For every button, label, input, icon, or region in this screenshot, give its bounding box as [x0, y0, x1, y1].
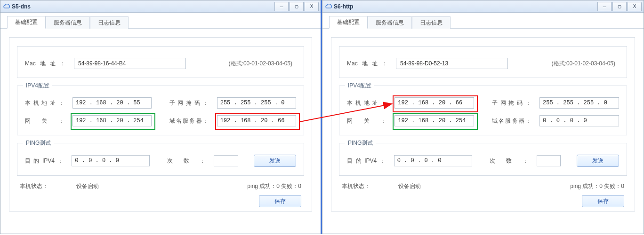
dns-input[interactable]: 192 . 168 . 20 . 66 — [217, 115, 296, 126]
ipv4-section-title: IPV4配置 — [345, 82, 374, 90]
window-buttons: — ▢ X — [274, 2, 319, 11]
mac-label: Mac地址 — [347, 60, 390, 68]
dns-input[interactable]: 0 . 0 . 0 . 0 — [539, 115, 619, 126]
tab-basic-config[interactable]: 基础配置 — [7, 16, 46, 29]
minimize-button[interactable]: — — [274, 2, 289, 11]
ping-count-label: 次数 — [490, 157, 531, 165]
host-status-label: 本机状态： — [20, 182, 48, 190]
stage: S5-dns — ▢ X 基础配置 服务器信息 日志信息 Mac地址 54-89… — [0, 0, 644, 235]
window-s5-dns: S5-dns — ▢ X 基础配置 服务器信息 日志信息 Mac地址 54-89… — [0, 0, 322, 234]
subnet-mask-label: 子网掩码 — [169, 99, 211, 107]
tab-log-info[interactable]: 日志信息 — [412, 16, 451, 29]
maximize-icon: ▢ — [295, 3, 298, 9]
ping-count-input[interactable] — [214, 155, 238, 166]
mac-input[interactable]: 54-89-98-16-44-B4 — [74, 58, 186, 69]
tab-label: 服务器信息 — [54, 19, 82, 26]
subnet-mask-label: 子网掩码 — [492, 99, 534, 107]
mac-input[interactable]: 54-89-98-D0-52-13 — [396, 58, 508, 69]
ping-result: ping 成功：0 失败：0 — [570, 182, 624, 190]
ping-section: PING测试 目的IPV4 0 . 0 . 0 . 0 次数 发送 — [17, 143, 304, 176]
minimize-button[interactable]: — — [597, 2, 612, 11]
ping-count-input[interactable] — [537, 155, 561, 166]
gateway-label: 网关 — [25, 117, 67, 125]
ping-section-title: PING测试 — [23, 139, 54, 147]
close-button[interactable]: X — [628, 2, 642, 11]
ping-send-button[interactable]: 发送 — [254, 155, 296, 167]
local-addr-input[interactable]: 192 . 168 . 20 . 55 — [72, 97, 152, 109]
tab-label: 服务器信息 — [376, 19, 404, 26]
button-label: 保存 — [274, 197, 286, 205]
host-status-value: 设备启动 — [398, 182, 421, 190]
tab-server-info[interactable]: 服务器信息 — [368, 16, 412, 29]
titlebar: S6-http — ▢ X — [322, 0, 644, 13]
tabs: 基础配置 服务器信息 日志信息 — [322, 13, 644, 29]
save-button[interactable]: 保存 — [259, 195, 301, 207]
gateway-input[interactable]: 192 . 168 . 20 . 254 — [394, 115, 474, 126]
host-status-label: 本机状态： — [342, 182, 370, 190]
status-row: 本机状态： 设备启动 ping 成功：0 失败：0 — [342, 182, 624, 190]
ipv4-section-title: IPV4配置 — [23, 82, 52, 90]
close-icon: X — [310, 3, 314, 9]
tab-label: 日志信息 — [420, 19, 443, 26]
maximize-icon: ▢ — [618, 3, 621, 9]
button-label: 保存 — [597, 197, 609, 205]
window-buttons: — ▢ X — [596, 2, 642, 11]
tab-server-info[interactable]: 服务器信息 — [46, 16, 90, 29]
mac-section: Mac地址 54-89-98-16-44-B4 (格式:00-01-02-03-… — [17, 46, 304, 78]
ping-section-title: PING测试 — [345, 139, 376, 147]
minimize-icon: — — [603, 3, 606, 9]
save-button[interactable]: 保存 — [582, 195, 624, 207]
maximize-button[interactable]: ▢ — [612, 2, 627, 11]
ipv4-section: IPV4配置 本机地址 192 . 168 . 20 . 66 子网掩码 255… — [339, 86, 627, 135]
button-label: 发送 — [269, 157, 281, 165]
tab-label: 基础配置 — [337, 19, 360, 25]
mac-label: Mac地址 — [25, 60, 68, 68]
app-icon — [3, 3, 10, 10]
content-panel: Mac地址 54-89-98-16-44-B4 (格式:00-01-02-03-… — [9, 37, 312, 212]
close-button[interactable]: X — [305, 2, 319, 11]
subnet-mask-input[interactable]: 255 . 255 . 255 . 0 — [217, 97, 296, 109]
window-title: S6-http — [334, 3, 595, 10]
gateway-label: 网关 — [347, 117, 389, 125]
status-row: 本机状态： 设备启动 ping 成功：0 失败：0 — [20, 182, 301, 190]
window-s6-http: S6-http — ▢ X 基础配置 服务器信息 日志信息 Mac地址 54-8… — [322, 0, 644, 234]
ping-count-label: 次数 — [167, 157, 208, 165]
tab-label: 基础配置 — [15, 19, 38, 25]
dns-label: 域名服务器 — [492, 117, 534, 125]
button-label: 发送 — [592, 157, 604, 165]
window-title: S5-dns — [12, 3, 272, 10]
content-panel: Mac地址 54-89-98-D0-52-13 (格式:00-01-02-03-… — [331, 37, 635, 212]
tab-basic-config[interactable]: 基础配置 — [329, 16, 368, 29]
ping-section: PING测试 目的IPV4 0 . 0 . 0 . 0 次数 发送 — [339, 143, 627, 176]
local-addr-label: 本机地址 — [347, 99, 389, 107]
save-row: 保存 — [342, 195, 624, 207]
save-row: 保存 — [20, 195, 301, 207]
ping-target-label: 目的IPV4 — [347, 157, 388, 165]
tab-log-info[interactable]: 日志信息 — [90, 16, 129, 29]
ping-result: ping 成功：0 失败：0 — [247, 182, 301, 190]
mac-format-hint: (格式:00-01-02-03-04-05) — [229, 60, 296, 68]
ping-send-button[interactable]: 发送 — [577, 155, 619, 167]
host-status-value: 设备启动 — [76, 182, 99, 190]
titlebar: S5-dns — ▢ X — [0, 0, 321, 13]
close-icon: X — [633, 3, 636, 9]
tab-label: 日志信息 — [98, 19, 121, 26]
mac-format-hint: (格式:00-01-02-03-04-05) — [552, 60, 619, 68]
ping-target-label: 目的IPV4 — [25, 157, 66, 165]
local-addr-label: 本机地址 — [25, 99, 67, 107]
minimize-icon: — — [280, 3, 283, 9]
dns-label: 域名服务器 — [169, 117, 211, 125]
gateway-input[interactable]: 192 . 168 . 20 . 254 — [72, 115, 152, 126]
ipv4-section: IPV4配置 本机地址 192 . 168 . 20 . 55 子网掩码 255… — [17, 86, 304, 135]
ping-target-input[interactable]: 0 . 0 . 0 . 0 — [72, 155, 149, 166]
maximize-button[interactable]: ▢ — [290, 2, 304, 11]
subnet-mask-input[interactable]: 255 . 255 . 255 . 0 — [539, 97, 619, 109]
mac-section: Mac地址 54-89-98-D0-52-13 (格式:00-01-02-03-… — [339, 46, 627, 78]
local-addr-input[interactable]: 192 . 168 . 20 . 66 — [394, 97, 474, 109]
tabs: 基础配置 服务器信息 日志信息 — [0, 13, 321, 29]
app-icon — [325, 3, 332, 10]
ping-target-input[interactable]: 0 . 0 . 0 . 0 — [394, 155, 472, 166]
